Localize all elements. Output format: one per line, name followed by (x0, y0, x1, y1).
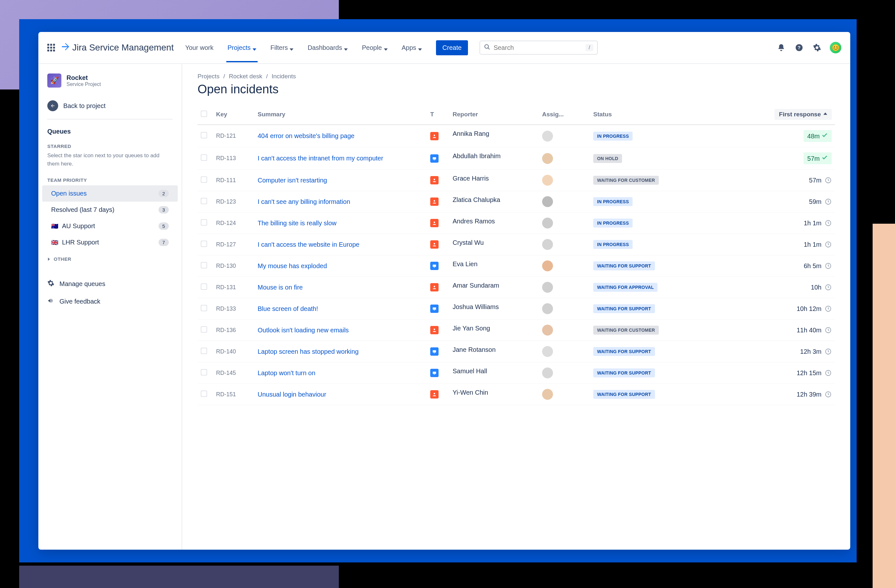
col-first-response-sort[interactable]: First response (775, 109, 832, 120)
status-badge[interactable]: WAITING FOR SUPPORT (593, 261, 655, 270)
assignee-avatar[interactable] (542, 346, 553, 357)
table-row[interactable]: RD-130 My mouse has exploded Eva Lien WA… (197, 255, 835, 277)
assignee-avatar[interactable] (542, 131, 553, 142)
issue-key[interactable]: RD-151 (213, 384, 255, 405)
table-row[interactable]: RD-124 The billing site is really slow A… (197, 212, 835, 234)
status-badge[interactable]: WAITING FOR CUSTOMER (593, 176, 659, 185)
row-checkbox[interactable] (201, 283, 207, 290)
issue-summary-link[interactable]: I can't access the intranet from my comp… (258, 155, 383, 162)
assignee-avatar[interactable] (542, 325, 553, 335)
status-badge[interactable]: IN PROGRESS (593, 240, 633, 249)
table-row[interactable]: RD-121 404 error on website's billing pa… (197, 125, 835, 147)
table-row[interactable]: RD-131 Mouse is on fire Amar Sundaram WA… (197, 277, 835, 298)
assignee-avatar[interactable] (542, 218, 553, 229)
give-feedback[interactable]: Give feedback (38, 293, 182, 310)
row-checkbox[interactable] (201, 305, 207, 311)
nav-your-work[interactable]: Your work (184, 33, 214, 62)
status-badge[interactable]: ON HOLD (593, 154, 622, 163)
issue-key[interactable]: RD-145 (213, 362, 255, 384)
assignee-avatar[interactable] (542, 175, 553, 186)
assignee-avatar[interactable] (542, 303, 553, 314)
manage-queues[interactable]: Manage queues (38, 275, 182, 293)
back-to-project[interactable]: Back to project (38, 95, 182, 116)
row-checkbox[interactable] (201, 391, 207, 397)
status-badge[interactable]: IN PROGRESS (593, 132, 633, 141)
nav-projects[interactable]: Projects (226, 33, 258, 62)
table-row[interactable]: RD-113 I can't access the intranet from … (197, 147, 835, 170)
table-row[interactable]: RD-133 Blue screen of death! Joshua Will… (197, 298, 835, 320)
status-badge[interactable]: WAITING FOR SUPPORT (593, 390, 655, 399)
search-input[interactable] (493, 44, 583, 52)
issue-summary-link[interactable]: Laptop screen has stopped working (258, 348, 359, 355)
queue-item[interactable]: Open issues2 (42, 185, 178, 202)
row-checkbox[interactable] (201, 155, 207, 161)
assignee-avatar[interactable] (542, 153, 553, 164)
assignee-avatar[interactable] (542, 261, 553, 271)
table-row[interactable]: RD-123 I can't see any billing informati… (197, 191, 835, 212)
row-checkbox[interactable] (201, 219, 207, 226)
other-section-toggle[interactable]: OTHER (38, 250, 182, 267)
issue-key[interactable]: RD-124 (213, 212, 255, 234)
table-row[interactable]: RD-127 I can't access the website in Eur… (197, 234, 835, 255)
queue-item[interactable]: 🇬🇧LHR Support7 (42, 234, 178, 250)
table-row[interactable]: RD-136 Outlook isn't loading new emails … (197, 320, 835, 341)
issue-key[interactable]: RD-140 (213, 341, 255, 362)
issue-summary-link[interactable]: I can't access the website in Europe (258, 241, 359, 248)
project-header[interactable]: 🚀 Rocket Service Project (38, 71, 182, 95)
crumb-rocket-desk[interactable]: Rocket desk (229, 73, 262, 80)
status-badge[interactable]: WAITING FOR SUPPORT (593, 368, 655, 377)
assignee-avatar[interactable] (542, 239, 553, 250)
issue-key[interactable]: RD-136 (213, 320, 255, 341)
queue-item[interactable]: 🇦🇺AU Support5 (42, 218, 178, 234)
create-button[interactable]: Create (436, 40, 468, 55)
issue-summary-link[interactable]: The billing site is really slow (258, 220, 337, 227)
status-badge[interactable]: IN PROGRESS (593, 197, 633, 206)
crumb-incidents[interactable]: Incidents (272, 73, 296, 80)
row-checkbox[interactable] (201, 262, 207, 268)
notifications-icon[interactable] (776, 42, 786, 53)
issue-key[interactable]: RD-127 (213, 234, 255, 255)
assignee-avatar[interactable] (542, 196, 553, 207)
status-badge[interactable]: IN PROGRESS (593, 218, 633, 227)
nav-filters[interactable]: Filters (269, 33, 295, 62)
app-switcher-icon[interactable] (47, 44, 55, 52)
search-box[interactable]: / (479, 41, 598, 55)
status-badge[interactable]: WAITING FOR SUPPORT (593, 304, 655, 313)
row-checkbox[interactable] (201, 241, 207, 247)
col-type[interactable]: T (427, 105, 449, 125)
issue-key[interactable]: RD-133 (213, 298, 255, 320)
issue-summary-link[interactable]: Computer isn't restarting (258, 177, 327, 184)
select-all-checkbox[interactable] (201, 111, 207, 117)
nav-apps[interactable]: Apps (400, 33, 423, 62)
col-key[interactable]: Key (213, 105, 255, 125)
user-avatar[interactable]: 😊 (830, 42, 841, 53)
row-checkbox[interactable] (201, 132, 207, 138)
issue-key[interactable]: RD-123 (213, 191, 255, 212)
row-checkbox[interactable] (201, 198, 207, 204)
issue-summary-link[interactable]: My mouse has exploded (258, 262, 327, 270)
row-checkbox[interactable] (201, 348, 207, 354)
table-row[interactable]: RD-111 Computer isn't restarting Grace H… (197, 170, 835, 191)
issue-key[interactable]: RD-121 (213, 125, 255, 147)
status-badge[interactable]: WAITING FOR SUPPORT (593, 347, 655, 356)
queue-item[interactable]: Resolved (last 7 days)3 (42, 202, 178, 218)
issue-summary-link[interactable]: 404 error on website's billing page (258, 132, 355, 139)
table-row[interactable]: RD-151 Unusual login behaviour Yi-Wen Ch… (197, 384, 835, 405)
status-badge[interactable]: WAITING FOR APPROVAL (593, 283, 657, 292)
row-checkbox[interactable] (201, 326, 207, 333)
settings-icon[interactable] (812, 42, 822, 53)
issue-summary-link[interactable]: Outlook isn't loading new emails (258, 327, 349, 333)
issue-summary-link[interactable]: Unusual login behaviour (258, 391, 326, 398)
assignee-avatar[interactable] (542, 282, 553, 293)
col-status[interactable]: Status (590, 105, 696, 125)
issue-summary-link[interactable]: Blue screen of death! (258, 305, 318, 312)
help-icon[interactable]: ? (794, 42, 804, 53)
row-checkbox[interactable] (201, 176, 207, 183)
issue-key[interactable]: RD-113 (213, 147, 255, 170)
col-summary[interactable]: Summary (255, 105, 427, 125)
issue-summary-link[interactable]: I can't see any billing information (258, 198, 350, 205)
table-row[interactable]: RD-140 Laptop screen has stopped working… (197, 341, 835, 362)
assignee-avatar[interactable] (542, 389, 553, 400)
row-checkbox[interactable] (201, 369, 207, 376)
col-assignee[interactable]: Assig... (539, 105, 590, 125)
